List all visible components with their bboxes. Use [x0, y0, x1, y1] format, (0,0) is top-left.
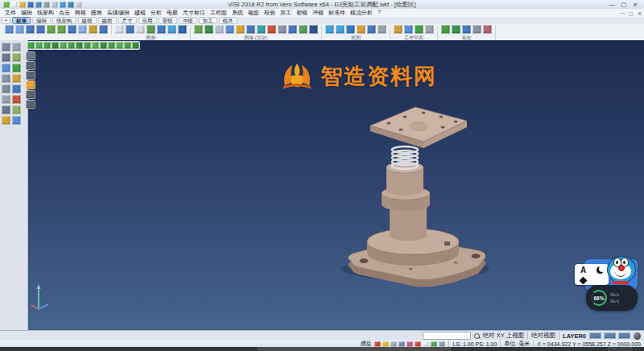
tool-icon[interactable]	[257, 25, 266, 34]
menu-item[interactable]: 点云	[56, 9, 72, 17]
chevron-down-icon[interactable]: ▾	[2, 17, 10, 24]
ime-tool-icon[interactable]	[580, 277, 588, 285]
menu-item[interactable]: 文件	[2, 9, 19, 17]
tool-icon[interactable]	[136, 25, 145, 34]
ribbon-tab[interactable]: 曲面	[98, 17, 117, 24]
view-icon[interactable]	[124, 42, 131, 49]
scale-indicator[interactable]: LS: 1.00 PS: 1.00	[452, 341, 497, 347]
side-tool-icon[interactable]	[26, 81, 35, 89]
palette-tool-icon[interactable]	[2, 43, 10, 52]
tool-icon[interactable]	[357, 25, 365, 34]
tool-icon[interactable]	[415, 25, 423, 34]
ribbon-tab[interactable]: 标准	[12, 17, 31, 24]
quick-access-icon[interactable]	[52, 2, 58, 8]
menu-item[interactable]: 视图	[246, 9, 262, 17]
tool-icon[interactable]	[236, 25, 245, 34]
mdi-close-button[interactable]: ✕	[638, 10, 642, 16]
palette-tool-icon[interactable]	[2, 95, 10, 104]
ribbon-tab[interactable]: 建模	[78, 17, 97, 24]
menu-item[interactable]: 加工	[278, 9, 294, 17]
quick-access-icon[interactable]	[76, 2, 82, 8]
menu-item[interactable]: 冲模	[310, 9, 326, 17]
ribbon-tab[interactable]: 加工	[199, 17, 217, 24]
view-icon[interactable]	[68, 42, 75, 49]
snap-icon[interactable]	[398, 341, 405, 347]
maximize-button[interactable]: ▢	[621, 0, 627, 9]
moon-icon[interactable]	[597, 266, 604, 274]
side-tool-icon[interactable]	[26, 61, 35, 70]
ime-status-bar[interactable]: A	[575, 264, 609, 285]
tool-icon[interactable]	[425, 25, 434, 34]
view-icon[interactable]	[27, 42, 35, 49]
palette-tool-icon[interactable]	[2, 64, 10, 72]
mdi-restore-button[interactable]: ▢	[629, 10, 634, 16]
tool-icon[interactable]	[336, 25, 345, 34]
view-icon[interactable]	[92, 42, 99, 49]
ribbon-tab[interactable]: 冲模	[179, 17, 197, 24]
palette-tool-icon[interactable]	[12, 95, 21, 104]
tool-icon[interactable]	[299, 25, 308, 34]
quick-access-icon[interactable]	[68, 2, 74, 8]
tool-icon[interactable]	[267, 25, 276, 34]
tool-icon[interactable]	[325, 25, 334, 34]
menu-item[interactable]: 线架构	[35, 9, 56, 17]
view-icon[interactable]	[76, 42, 83, 49]
view-icon[interactable]	[35, 42, 43, 49]
view-icon[interactable]	[116, 42, 123, 49]
side-tool-icon[interactable]	[26, 90, 35, 99]
tool-icon[interactable]	[47, 25, 56, 34]
close-button[interactable]: ✕	[633, 0, 638, 9]
snap-icon[interactable]	[390, 341, 397, 347]
palette-tool-icon[interactable]	[12, 85, 21, 93]
status-button[interactable]	[589, 332, 601, 339]
tool-icon[interactable]	[378, 25, 386, 34]
tool-icon[interactable]	[194, 25, 203, 34]
cad-model[interactable]	[320, 103, 497, 288]
tool-icon[interactable]	[126, 25, 134, 34]
ribbon-tab[interactable]: 塑模	[159, 17, 177, 24]
tool-icon[interactable]	[115, 25, 124, 34]
viewport-3d[interactable]: 智造资料网	[0, 40, 644, 330]
status-button[interactable]	[618, 332, 630, 339]
ime-language-indicator[interactable]: A	[580, 266, 586, 275]
ribbon-tab[interactable]: 编辑	[32, 17, 51, 24]
menu-item[interactable]: 尺寸标注	[180, 9, 208, 17]
quick-access-icon[interactable]	[11, 2, 18, 8]
snap-icon[interactable]	[439, 341, 445, 347]
palette-tool-icon[interactable]	[2, 105, 10, 114]
render-mode-icon[interactable]	[634, 332, 641, 340]
menu-item[interactable]: 实体编辑	[105, 9, 132, 17]
menu-item[interactable]: 校验	[262, 9, 278, 17]
tool-icon[interactable]	[288, 25, 297, 34]
menu-item[interactable]: 建模	[132, 9, 148, 17]
palette-tool-icon[interactable]	[2, 85, 10, 93]
tool-icon[interactable]	[367, 25, 376, 34]
menu-item[interactable]: 编辑	[19, 9, 35, 17]
mdi-minimize-button[interactable]: —	[620, 10, 625, 16]
view-icon[interactable]	[60, 42, 67, 49]
menu-item[interactable]: 模流分析	[348, 9, 375, 17]
side-tool-icon[interactable]	[26, 100, 35, 109]
search-input[interactable]	[423, 332, 471, 340]
workplane-indicator[interactable]: 绝对 XY 上视图	[483, 332, 525, 340]
menu-item[interactable]: 分析	[148, 9, 164, 17]
view-icon[interactable]	[108, 42, 115, 49]
tool-icon[interactable]	[167, 25, 176, 34]
ribbon-tab[interactable]: 模具	[219, 17, 237, 24]
snap-icon[interactable]	[374, 341, 381, 347]
ribbon-tab[interactable]: 应用	[138, 17, 157, 24]
palette-tool-icon[interactable]	[12, 116, 21, 125]
quick-access-icon[interactable]	[60, 2, 66, 8]
menu-item[interactable]: 曲面	[89, 9, 105, 17]
snap-icon[interactable]	[423, 341, 429, 347]
tool-icon[interactable]	[346, 25, 355, 34]
palette-tool-icon[interactable]	[12, 43, 21, 52]
tool-icon[interactable]	[15, 25, 24, 34]
palette-tool-icon[interactable]	[12, 64, 21, 72]
palette-tool-icon[interactable]	[2, 116, 10, 125]
tool-icon[interactable]	[5, 25, 14, 34]
tool-icon[interactable]	[89, 25, 97, 34]
ribbon-tab[interactable]: 线架构	[52, 17, 76, 24]
view-icon[interactable]	[84, 42, 91, 49]
snap-icon[interactable]	[407, 341, 413, 347]
